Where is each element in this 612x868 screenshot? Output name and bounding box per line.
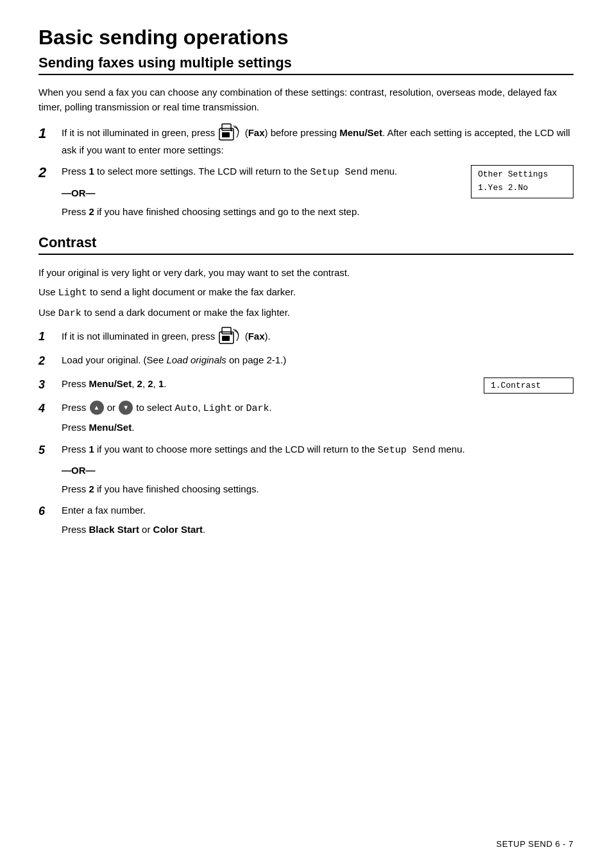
lcd-line-1: Other Settings <box>478 168 566 182</box>
step-2-row: 2 Press 1 to select more settings. The L… <box>38 164 574 219</box>
page-title: Basic sending operations <box>38 26 574 49</box>
contrast-step1-text: If it is not illuminated in green, press <box>62 331 217 342</box>
contrast-step-4-content: Press ▲ or ▼ to select Auto, Light or Da… <box>62 400 574 435</box>
contrast-step-3-row: 3 Press Menu/Set, 2, 2, 1. 1.Contrast <box>38 376 574 394</box>
lcd-line-2: 1.Yes 2.No <box>478 182 566 195</box>
step-2-text: Press 1 to select more settings. The LCD… <box>62 164 448 219</box>
contrast-step-6-content: Enter a fax number. Press Black Start or… <box>62 503 574 537</box>
svg-rect-1 <box>222 124 231 130</box>
contrast-step6-sub: Press Black Start or Color Start. <box>62 522 574 537</box>
step-2-content: Press 1 to select more settings. The LCD… <box>62 164 574 219</box>
contrast-step-6-number: 6 <box>38 503 62 520</box>
lcd-display-2: 1.Contrast <box>484 378 574 394</box>
step-1-row: 1 If it is not illuminated in green, pre… <box>38 125 574 157</box>
section1-title: Sending faxes using multiple settings <box>38 55 574 71</box>
light-option: Light <box>203 403 232 414</box>
contrast-step-3-number: 3 <box>38 376 62 394</box>
fax-icon <box>219 123 241 141</box>
lcd-contrast-label: 1.Contrast <box>491 381 541 390</box>
contrast-step-1-number: 1 <box>38 328 62 345</box>
contrast-step-2-content: Load your original. (See Load originals … <box>62 352 574 367</box>
contrast-step1-fax: (Fax). <box>245 331 271 342</box>
svg-point-3 <box>231 130 233 132</box>
contrast-step-1-content: If it is not illuminated in green, press… <box>62 328 574 346</box>
light-mono: Light <box>58 288 87 299</box>
step-1-content: If it is not illuminated in green, press… <box>62 125 574 157</box>
svg-rect-5 <box>222 327 231 334</box>
contrast-title: Contrast <box>38 234 574 251</box>
or-label-2: —OR— <box>62 463 574 478</box>
contrast-section: Contrast If your original is very light … <box>38 234 574 537</box>
dark-mono: Dark <box>58 308 81 319</box>
contrast-step-1-row: 1 If it is not illuminated in green, pre… <box>38 328 574 346</box>
contrast-step-4-number: 4 <box>38 400 62 417</box>
footer-text: SETUP SEND 6 - 7 <box>497 839 574 849</box>
page-footer: SETUP SEND 6 - 7 <box>497 839 574 849</box>
contrast-step4-sub: Press Menu/Set. <box>62 420 574 435</box>
setup-send-mono: Setup Send <box>378 445 436 456</box>
auto-option: Auto <box>174 403 198 414</box>
down-arrow-icon: ▼ <box>119 401 133 415</box>
step-2-or-text: Press 2 if you have finished choosing se… <box>62 204 448 219</box>
load-originals-italic: Load originals <box>166 354 226 365</box>
fax-icon-2 <box>219 327 241 345</box>
step-2-number: 2 <box>38 164 62 182</box>
contrast-para3: Use Dark to send a dark document or make… <box>38 305 574 322</box>
lcd-display-1: Other Settings 1.Yes 2.No <box>471 165 574 198</box>
contrast-step5-or-text: Press 2 if you have finished choosing se… <box>62 482 574 496</box>
contrast-step-3-content: Press Menu/Set, 2, 2, 1. 1.Contrast <box>62 376 574 394</box>
contrast-step-2-number: 2 <box>38 352 62 370</box>
contrast-step3-text: Press Menu/Set, 2, 2, 1. <box>62 376 473 391</box>
contrast-step-5-content: Press 1 if you want to choose more setti… <box>62 442 574 497</box>
contrast-step-5-number: 5 <box>38 442 62 459</box>
svg-rect-2 <box>222 132 230 137</box>
contrast-para2: Use Light to send a light document or ma… <box>38 284 574 301</box>
up-arrow-icon: ▲ <box>90 401 104 415</box>
contrast-steps: 1 If it is not illuminated in green, pre… <box>38 328 574 537</box>
section1-intro: When you send a fax you can choose any c… <box>38 85 574 114</box>
contrast-step-4-row: 4 Press ▲ or ▼ to select Auto, Light or … <box>38 400 574 435</box>
step1-text-before-icon: If it is not illuminated in green, press <box>62 127 217 138</box>
dark-option: Dark <box>246 403 269 414</box>
svg-rect-6 <box>222 336 230 341</box>
step-1-number: 1 <box>38 125 62 143</box>
or-label-1: —OR— <box>62 186 448 200</box>
divider-1 <box>38 74 574 75</box>
svg-point-7 <box>231 333 233 335</box>
contrast-step-5-row: 5 Press 1 if you want to choose more set… <box>38 442 574 497</box>
contrast-para1: If your original is very light or very d… <box>38 265 574 281</box>
divider-2 <box>38 254 574 255</box>
contrast-step-6-row: 6 Enter a fax number. Press Black Start … <box>38 503 574 537</box>
contrast-step-2-row: 2 Load your original. (See Load original… <box>38 352 574 370</box>
